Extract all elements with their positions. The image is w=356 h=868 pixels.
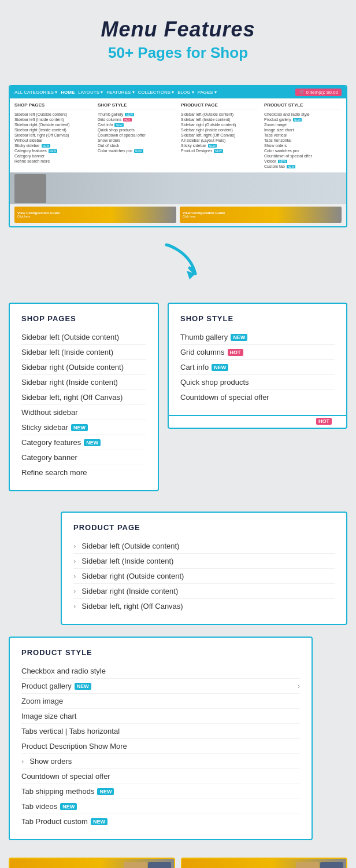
- badge-new: NEW: [91, 818, 107, 825]
- mini-col-product-page: PRODUCT PAGE Sidebar left (Outside conte…: [181, 102, 258, 169]
- shop-style-title: SHOP STYLE: [180, 314, 335, 323]
- list-item-checkbox: Checkbox and radio style: [21, 664, 300, 679]
- badge-new: NEW: [97, 788, 114, 795]
- list-item: Sidebar right (Inside content): [21, 375, 146, 390]
- list-item: Sidebar left, right (Off Canvas): [21, 390, 146, 405]
- badge-new: NEW: [231, 334, 247, 341]
- mini-col-product-page-title: PRODUCT PAGE: [181, 102, 258, 109]
- cards-area: SHOP PAGES Sidebar left (Outside content…: [0, 303, 356, 840]
- banner-image-1: [124, 862, 147, 869]
- mini-nav-layouts: LAYOUTS ▾: [78, 90, 103, 95]
- list-item: Widthout sidebar: [21, 405, 146, 420]
- banner-image-2: [148, 862, 171, 869]
- list-item: Sidebar left (Outside content): [21, 330, 146, 345]
- list-item-pp2: › Sidebar left (Inside content): [73, 554, 335, 569]
- badge-new: NEW: [84, 439, 101, 446]
- mini-banner-1: View Configuration GuideClick here: [14, 207, 176, 223]
- mini-col-shop-pages-title: SHOP PAGES: [14, 102, 92, 109]
- chevron-right-icon: ›: [298, 682, 300, 690]
- preview-container: ALL CATEGORIES ▾ HOME LAYOUTS ▾ FEATURES…: [9, 85, 347, 227]
- mini-banners: View Configuration GuideClick here View …: [10, 204, 346, 226]
- list-item-quick-shop: Quick shop products: [180, 375, 335, 390]
- mini-nav-features: FEATURES ▾: [106, 90, 134, 95]
- badge-hot: HOT: [228, 349, 243, 356]
- list-item-thumb-gallery: Thumb gallery NEW: [180, 330, 335, 345]
- list-item-image-size: Image size chart: [21, 709, 300, 724]
- mini-nav-collections: COLLECTIONS ▾: [138, 90, 175, 95]
- badge-new: NEW: [75, 683, 91, 690]
- list-item-show-orders: › Show orders: [21, 754, 300, 769]
- product-page-title: PRODUCT PAGE: [73, 523, 335, 532]
- mini-cart: 🛒 0 item(s): $0.00: [295, 89, 342, 96]
- mini-nav-blog: BLOG ▾: [177, 90, 194, 95]
- list-item-cart-info: Cart info NEW: [180, 360, 335, 375]
- badge-hot-edge: HOT: [316, 418, 332, 425]
- product-page-card: PRODUCT PAGE › Sidebar left (Outside con…: [61, 512, 347, 625]
- mini-nav-pages: PAGES ▾: [198, 90, 217, 95]
- list-item-product-desc: Product Description Show More: [21, 739, 300, 754]
- page-title: Menu Features: [12, 17, 344, 42]
- product-style-card: PRODUCT STYLE Checkbox and radio style P…: [9, 637, 313, 840]
- badge-new: NEW: [212, 364, 228, 371]
- mini-nav-home: HOME: [61, 90, 75, 95]
- list-item: Sidebar right (Outside content): [21, 360, 146, 375]
- banner-image-3: [296, 862, 319, 869]
- page-subtitle: 50+ Pages for Shop: [12, 44, 344, 62]
- arrow-down-indicator: [0, 239, 356, 291]
- mini-col-product-style-title: PRODUCT STYLE: [264, 102, 342, 109]
- mini-nav-categories: ALL CATEGORIES ▾: [14, 90, 57, 95]
- mini-hero: [10, 172, 346, 204]
- mini-col-product-style: PRODUCT STYLE Checkbox and radio style P…: [264, 102, 342, 169]
- mini-col-shop-style-title: SHOP STYLE: [98, 102, 175, 109]
- shop-style-card: SHOP STYLE Thumb gallery NEW Grid column…: [168, 303, 347, 416]
- list-item-tab-videos: Tab videos NEW: [21, 799, 300, 814]
- list-item-grid-columns: Grid columns HOT: [180, 345, 335, 360]
- list-item: Sidebar left (Inside content): [21, 345, 146, 360]
- mini-col-shop-pages: SHOP PAGES Sidebar left (Outside content…: [14, 102, 92, 169]
- product-style-title: PRODUCT STYLE: [21, 648, 300, 657]
- mini-banner-2: View Configuration GuideClick here: [180, 207, 342, 223]
- shop-pages-card: SHOP PAGES Sidebar left (Outside content…: [9, 303, 159, 491]
- list-item-pp5: › Sidebar left, right (Off Canvas): [73, 599, 335, 613]
- list-item-tab-shipping: Tab shipping methods NEW: [21, 784, 300, 799]
- list-item-tabs: Tabs vertical | Tabs horizontal: [21, 724, 300, 739]
- mini-dropdown: SHOP PAGES Sidebar left (Outside content…: [10, 98, 346, 172]
- list-item-category-banner: Category banner: [21, 450, 146, 465]
- list-item-category-features: Category features NEW: [21, 435, 146, 450]
- list-item-sticky-sidebar: Sticky sidebar NEW: [21, 420, 146, 435]
- list-item-pp3: › Sidebar right (Outside content): [73, 569, 335, 584]
- mini-col-shop-style: SHOP STYLE Thumb gallery NEW Grid column…: [98, 102, 175, 169]
- mini-navbar: ALL CATEGORIES ▾ HOME LAYOUTS ▾ FEATURES…: [10, 86, 346, 98]
- list-item-tab-product-custom: Tab Product custom NEW: [21, 814, 300, 829]
- list-item-countdown-offer: Countdown of special offer: [21, 769, 300, 784]
- page-header: Menu Features 50+ Pages for Shop: [0, 0, 356, 73]
- bottom-banner-2[interactable]: View Configuration Guide Click here: [181, 858, 347, 868]
- list-item-pp4: › Sidebar right (Inside content): [73, 584, 335, 599]
- shop-pages-title: SHOP PAGES: [21, 314, 146, 323]
- badge-new: NEW: [71, 424, 88, 431]
- list-item-refine-search: Refine search more: [21, 465, 146, 480]
- list-item-pp1: › Sidebar left (Outside content): [73, 539, 335, 554]
- list-item-zoom-image: Zoom image: [21, 694, 300, 709]
- bottom-banners: View Configuration Guide Click here View…: [0, 852, 356, 868]
- list-item-countdown-style: Countdown of special offer: [180, 390, 335, 404]
- list-item-product-gallery: Product gallery NEW ›: [21, 679, 300, 694]
- banner-image-4: [320, 862, 343, 869]
- badge-new: NEW: [60, 803, 77, 810]
- bottom-banner-1[interactable]: View Configuration Guide Click here: [9, 858, 175, 868]
- mini-hero-image: [14, 174, 46, 203]
